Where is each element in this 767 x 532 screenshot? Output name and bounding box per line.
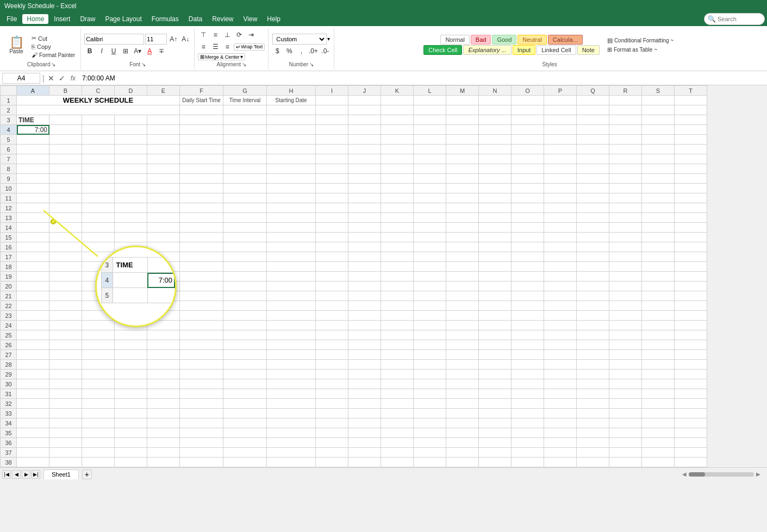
- number-format-select[interactable]: Custom: [272, 34, 327, 45]
- cell-T24[interactable]: [675, 321, 707, 330]
- cell-D7[interactable]: [115, 154, 147, 164]
- cell-N30[interactable]: [479, 379, 512, 389]
- cell-R15[interactable]: [609, 233, 642, 242]
- cell-E35[interactable]: [147, 428, 180, 438]
- cell-L22[interactable]: [414, 301, 446, 311]
- cell-F24[interactable]: [180, 321, 223, 330]
- col-header-L[interactable]: L: [414, 86, 446, 96]
- cell-K8[interactable]: [381, 164, 414, 174]
- cell-R29[interactable]: [609, 370, 642, 379]
- cell-H15[interactable]: [267, 233, 316, 242]
- cell-C28[interactable]: [82, 360, 115, 370]
- cell-D34[interactable]: [115, 418, 147, 428]
- cell-M35[interactable]: [446, 428, 479, 438]
- cell-F11[interactable]: [180, 193, 223, 203]
- cell-A20[interactable]: [17, 281, 49, 291]
- cell-T9[interactable]: [675, 174, 707, 184]
- cell-R18[interactable]: [609, 262, 642, 272]
- cell-M16[interactable]: [446, 242, 479, 252]
- cell-G3[interactable]: [223, 115, 267, 125]
- cell-A23[interactable]: [17, 311, 49, 321]
- cell-S27[interactable]: [642, 350, 675, 360]
- cell-H8[interactable]: [267, 164, 316, 174]
- cut-button[interactable]: ✂ Cut: [29, 34, 77, 42]
- cell-C38[interactable]: [82, 458, 115, 467]
- cell-A14[interactable]: [17, 223, 49, 233]
- cell-B38[interactable]: [49, 458, 82, 467]
- cell-H12[interactable]: [267, 203, 316, 213]
- cell-H21[interactable]: [267, 291, 316, 301]
- cell-N1[interactable]: [479, 96, 512, 105]
- cell-C12[interactable]: [82, 203, 115, 213]
- currency-button[interactable]: $: [272, 46, 283, 57]
- cell-G36[interactable]: [223, 438, 267, 448]
- cell-B31[interactable]: [49, 389, 82, 399]
- cell-B4[interactable]: [49, 125, 82, 135]
- merge-center-button[interactable]: ⊠ Merge & Center ▾: [198, 53, 245, 60]
- cell-B23[interactable]: [49, 311, 82, 321]
- cell-J38[interactable]: [348, 458, 381, 467]
- cell-I22[interactable]: [316, 301, 348, 311]
- cell-G17[interactable]: [223, 252, 267, 262]
- cell-O26[interactable]: [512, 340, 544, 350]
- cell-O18[interactable]: [512, 262, 544, 272]
- font-color-button[interactable]: A: [144, 46, 155, 57]
- cell-T6[interactable]: [675, 145, 707, 154]
- cell-O38[interactable]: [512, 458, 544, 467]
- cell-A38[interactable]: [17, 458, 49, 467]
- cell-Q21[interactable]: [577, 291, 609, 301]
- cell-G12[interactable]: [223, 203, 267, 213]
- cell-G1[interactable]: Time Interval: [223, 96, 267, 105]
- cell-N20[interactable]: [479, 281, 512, 291]
- cell-R13[interactable]: [609, 213, 642, 223]
- cell-I8[interactable]: [316, 164, 348, 174]
- cell-S37[interactable]: [642, 448, 675, 458]
- menu-insert[interactable]: Insert: [49, 14, 74, 24]
- cell-T35[interactable]: [675, 428, 707, 438]
- cell-F15[interactable]: [180, 233, 223, 242]
- cell-Q32[interactable]: [577, 399, 609, 409]
- cell-K2[interactable]: [381, 105, 414, 115]
- cell-E33[interactable]: [147, 409, 180, 418]
- cell-F5[interactable]: [180, 135, 223, 145]
- cell-G34[interactable]: [223, 418, 267, 428]
- cell-N24[interactable]: [479, 321, 512, 330]
- cell-G4[interactable]: [223, 125, 267, 135]
- cell-O32[interactable]: [512, 399, 544, 409]
- conditional-formatting-button[interactable]: ▤ Conditional Formatting ~: [605, 36, 676, 45]
- cell-A19[interactable]: [17, 272, 49, 281]
- cell-S11[interactable]: [642, 193, 675, 203]
- cell-D30[interactable]: [115, 379, 147, 389]
- cell-K9[interactable]: [381, 174, 414, 184]
- cell-B27[interactable]: [49, 350, 82, 360]
- cell-D8[interactable]: [115, 164, 147, 174]
- cell-N33[interactable]: [479, 409, 512, 418]
- cell-A36[interactable]: [17, 438, 49, 448]
- cell-L25[interactable]: [414, 330, 446, 340]
- cell-M38[interactable]: [446, 458, 479, 467]
- cell-H2[interactable]: [267, 105, 316, 115]
- cell-S16[interactable]: [642, 242, 675, 252]
- cell-A16[interactable]: [17, 242, 49, 252]
- cell-N2[interactable]: [479, 105, 512, 115]
- cell-S21[interactable]: [642, 291, 675, 301]
- cell-N4[interactable]: [479, 125, 512, 135]
- cell-O3[interactable]: [512, 115, 544, 125]
- cell-J35[interactable]: [348, 428, 381, 438]
- style-bad[interactable]: Bad: [471, 35, 491, 45]
- cell-R7[interactable]: [609, 154, 642, 164]
- cell-F16[interactable]: [180, 242, 223, 252]
- cell-E27[interactable]: [147, 350, 180, 360]
- cell-Q11[interactable]: [577, 193, 609, 203]
- cell-L30[interactable]: [414, 379, 446, 389]
- cell-H26[interactable]: [267, 340, 316, 350]
- cell-F12[interactable]: [180, 203, 223, 213]
- cell-J22[interactable]: [348, 301, 381, 311]
- cell-G37[interactable]: [223, 448, 267, 458]
- cell-J2[interactable]: [348, 105, 381, 115]
- cell-N32[interactable]: [479, 399, 512, 409]
- cell-N16[interactable]: [479, 242, 512, 252]
- cell-R2[interactable]: [609, 105, 642, 115]
- search-input[interactable]: [718, 16, 761, 22]
- cell-R8[interactable]: [609, 164, 642, 174]
